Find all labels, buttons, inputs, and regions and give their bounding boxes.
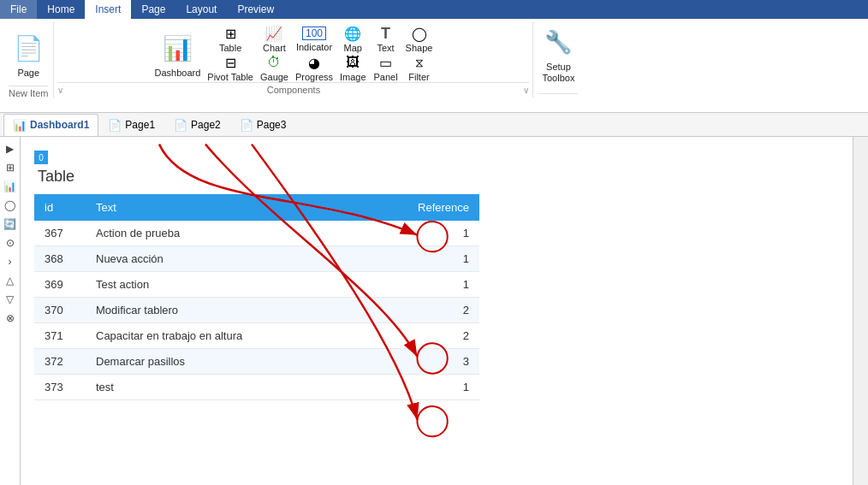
tool-down[interactable]: ▽ — [2, 291, 19, 308]
ribbon-btn-map-label: Map — [344, 43, 362, 54]
new-item-label: New Item — [9, 86, 48, 100]
col-header-reference: Reference — [368, 194, 479, 221]
cell-reference-3: 2 — [368, 298, 479, 323]
tabs-bar: 📊 Dashboard1 📄 Page1 📄 Page2 📄 Page3 — [0, 113, 868, 137]
shape-icon: ◯ — [412, 26, 427, 41]
tab-page1[interactable]: 📄 Page1 — [98, 114, 164, 136]
menu-bar: File Home Insert Page Layout Preview — [0, 0, 868, 19]
cell-reference-2: 1 — [368, 272, 479, 298]
cell-text-1: Nueva acción — [86, 246, 368, 272]
table-header-row: id Text Reference — [34, 194, 479, 221]
components-label: Components — [67, 85, 520, 95]
tool-grid[interactable]: ⊞ — [2, 159, 19, 176]
ribbon-btn-text-label: Text — [378, 43, 395, 54]
table-row: 373 test 1 — [34, 375, 479, 400]
menu-insert[interactable]: Insert — [85, 0, 131, 19]
ribbon-btn-text[interactable]: T Text — [370, 26, 402, 55]
tab-page2[interactable]: 📄 Page2 — [164, 114, 230, 136]
content-area: 0 Table id Text Reference 367 Action de … — [21, 137, 853, 485]
tab-dashboard1-label: Dashboard1 — [30, 119, 89, 131]
table-icon: ⊞ — [223, 26, 238, 41]
cell-text-6: test — [86, 375, 368, 400]
table-row: 370 Modificar tablero 2 — [34, 298, 479, 323]
svg-point-2 — [417, 406, 447, 436]
page-icon: 📄 — [12, 32, 45, 64]
cell-id-1: 368 — [34, 246, 86, 272]
cell-text-0: Action de prueba — [86, 221, 368, 246]
dashboard-content: 0 Table id Text Reference 367 Action de … — [27, 144, 846, 407]
tool-cursor[interactable]: ▶ — [2, 140, 19, 157]
cell-reference-4: 2 — [368, 323, 479, 349]
ribbon-btn-dashboard-label: Dashboard — [155, 68, 201, 79]
ribbon-btn-dashboard[interactable]: 📊 Dashboard — [152, 26, 205, 86]
menu-preview[interactable]: Preview — [227, 0, 284, 19]
ribbon-group-items-setup: 🔧 SetupToolbox — [538, 22, 578, 93]
ribbon-group-components: 📊 Dashboard ⊞ Table ⊟ Pivot Table 📈 Char… — [54, 22, 533, 98]
tool-target[interactable]: ⊙ — [2, 234, 19, 251]
cell-text-5: Demarcar pasillos — [86, 349, 368, 375]
map-icon: 🌐 — [345, 26, 360, 41]
ribbon-btn-image[interactable]: 🖼 Image — [336, 55, 370, 84]
menu-file[interactable]: File — [0, 0, 37, 19]
tool-expand[interactable]: › — [2, 253, 19, 270]
dashboard-icon: 📊 — [161, 32, 193, 64]
table-row: 368 Nueva acción 1 — [34, 246, 479, 272]
ribbon-btn-progress[interactable]: ◕ Progress — [292, 55, 336, 84]
cell-reference-5: 3 — [368, 349, 479, 375]
ribbon-group-setup: 🔧 SetupToolbox — [533, 22, 583, 98]
tab-page3-icon: 📄 — [240, 119, 253, 132]
tab-page3[interactable]: 📄 Page3 — [230, 114, 296, 136]
main-area: ▶ ⊞ 📊 ◯ 🔄 ⊙ › △ ▽ ⊗ 0 Table id Text Refe… — [0, 137, 868, 485]
right-panel — [853, 137, 868, 485]
ribbon-btn-chart[interactable]: 📈 Chart — [257, 26, 292, 55]
ribbon-content: 📄 Page New Item 📊 Dashboard ⊞ Table — [0, 19, 868, 112]
tool-rotate[interactable]: 🔄 — [2, 216, 19, 233]
progress-icon: ◕ — [306, 55, 322, 70]
ribbon-btn-table[interactable]: ⊞ Table — [204, 26, 257, 55]
image-icon: 🖼 — [345, 55, 360, 70]
tool-up[interactable]: △ — [2, 272, 19, 289]
menu-layout[interactable]: Layout — [175, 0, 227, 19]
ribbon-btn-gauge[interactable]: ⏱ Gauge — [257, 55, 292, 84]
ribbon-btn-shape[interactable]: ◯ Shape — [402, 26, 437, 55]
cell-id-3: 370 — [34, 298, 86, 323]
ribbon-btn-panel[interactable]: ▭ Panel — [370, 55, 402, 84]
cell-text-2: Test action — [86, 272, 368, 298]
cell-id-4: 371 — [34, 323, 86, 349]
tool-chart[interactable]: 📊 — [2, 178, 19, 195]
menu-page[interactable]: Page — [131, 0, 175, 19]
tab-page1-icon: 📄 — [108, 119, 122, 132]
tool-circle[interactable]: ◯ — [2, 197, 19, 214]
col-header-text: Text — [86, 194, 368, 221]
ribbon-btn-filter[interactable]: ⧖ Filter — [402, 55, 437, 84]
tab-page1-label: Page1 — [125, 119, 155, 131]
ribbon-group-items-components: 📊 Dashboard ⊞ Table ⊟ Pivot Table 📈 Char… — [152, 22, 437, 82]
blue-marker: 0 — [34, 151, 48, 164]
ribbon: 📄 Page New Item 📊 Dashboard ⊞ Table — [0, 19, 868, 113]
ribbon-group-new-item: 📄 Page New Item — [3, 22, 54, 98]
small-ribbon-btns: ⊞ Table ⊟ Pivot Table 📈 Chart ⏱ Gauge — [204, 26, 436, 84]
section-title: Table — [34, 168, 839, 186]
ribbon-btn-pivot-table[interactable]: ⊟ Pivot Table — [204, 55, 257, 84]
tab-dashboard1[interactable]: 📊 Dashboard1 — [3, 114, 98, 136]
ribbon-btn-page-label: Page — [17, 68, 39, 79]
table-row: 372 Demarcar pasillos 3 — [34, 349, 479, 375]
pivot-table-icon: ⊟ — [223, 55, 238, 70]
tool-settings[interactable]: ⊗ — [2, 310, 19, 327]
filter-icon: ⧖ — [412, 56, 427, 70]
tab-page2-label: Page2 — [191, 119, 221, 131]
ribbon-btn-table-label: Table — [219, 43, 241, 54]
table-row: 369 Test action 1 — [34, 272, 479, 298]
col-header-id: id — [34, 194, 86, 221]
cell-id-2: 369 — [34, 272, 86, 298]
ribbon-btn-setup-toolbox[interactable]: 🔧 SetupToolbox — [538, 26, 578, 86]
tab-dashboard1-icon: 📊 — [13, 119, 27, 132]
ribbon-btn-indicator[interactable]: 100 Indicator — [292, 26, 336, 55]
menu-home[interactable]: Home — [37, 0, 85, 19]
ribbon-btn-page[interactable]: 📄 Page — [9, 26, 48, 86]
cell-reference-0: 1 — [368, 221, 479, 246]
ribbon-btn-map[interactable]: 🌐 Map — [336, 26, 370, 55]
cell-reference-6: 1 — [368, 375, 479, 400]
cell-text-3: Modificar tablero — [86, 298, 368, 323]
setup-group-label — [538, 93, 578, 98]
